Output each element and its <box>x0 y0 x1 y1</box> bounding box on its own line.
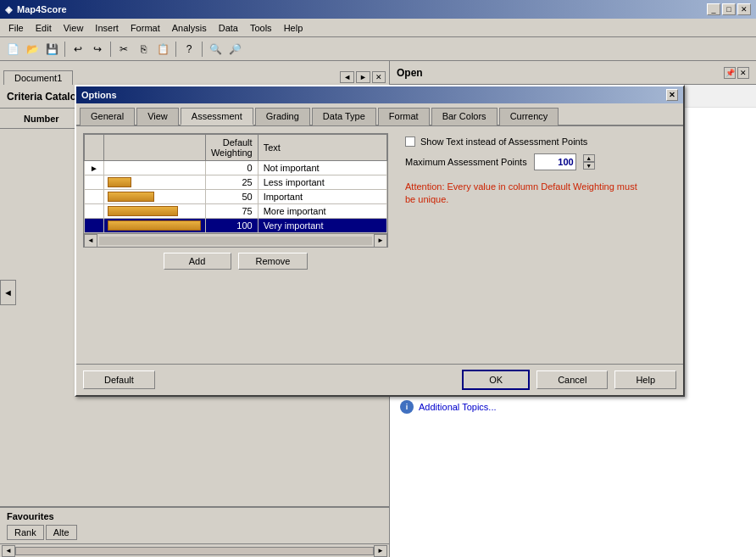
max-points-input[interactable] <box>534 153 576 170</box>
tab-format[interactable]: Format <box>378 108 430 125</box>
document-tab[interactable]: Document1 <box>3 70 73 85</box>
toolbar-zoom-out[interactable]: 🔎 <box>225 40 244 58</box>
table-btn-row: Add Remove <box>83 253 388 270</box>
menu-help[interactable]: Help <box>279 21 309 35</box>
row-text-2: Important <box>258 190 386 204</box>
tab-general[interactable]: General <box>80 108 135 125</box>
tab-bar-colors[interactable]: Bar Colors <box>431 108 498 125</box>
row-text-0: Not important <box>258 161 386 175</box>
menu-file[interactable]: File <box>3 21 29 35</box>
tab-next[interactable]: ► <box>356 71 370 83</box>
row-bar-1 <box>103 175 205 190</box>
col-bar-header <box>103 135 205 161</box>
favourites-tabs: Rank Alte <box>7 525 382 540</box>
toolbar-sep3 <box>175 42 176 57</box>
menu-tools[interactable]: Tools <box>245 21 277 35</box>
spinner-up-btn[interactable]: ▲ <box>583 154 595 162</box>
toolbar-redo[interactable]: ↪ <box>88 40 107 58</box>
close-btn[interactable]: ✕ <box>737 3 751 15</box>
action-additional-topics[interactable]: i Additional Topics... <box>397 398 749 415</box>
toolbar: 📄 📂 💾 ↩ ↪ ✂ ⎘ 📋 ? 🔍 🔎 <box>0 37 756 61</box>
tab-prev[interactable]: ◄ <box>340 71 354 83</box>
row-pointer-0: ► <box>85 161 104 175</box>
doc-tab-bar: Document1 ◄ ► ✕ <box>0 61 389 85</box>
row-value-3: 75 <box>205 204 258 219</box>
minimize-btn[interactable]: _ <box>707 3 720 15</box>
open-pin-btn[interactable]: 📌 <box>724 67 736 79</box>
favourites-section: Favourites Rank Alte <box>0 506 389 543</box>
toolbar-new[interactable]: 📄 <box>3 40 22 58</box>
options-section: Show Text instead of Assessment Points M… <box>402 133 676 357</box>
show-text-checkbox[interactable] <box>405 136 415 147</box>
tab-view[interactable]: View <box>136 108 179 125</box>
scroll-right-btn[interactable]: ► <box>374 545 387 557</box>
title-bar-controls: _ □ ✕ <box>707 3 751 15</box>
menu-view[interactable]: View <box>58 21 89 35</box>
default-btn[interactable]: Default <box>83 370 155 389</box>
toolbar-undo[interactable]: ↩ <box>69 40 87 58</box>
row-value-2: 50 <box>205 190 258 204</box>
table-hscroll[interactable]: ◄ ► <box>84 233 387 247</box>
favourites-title: Favourites <box>7 511 382 521</box>
toolbar-copy[interactable]: ⎘ <box>134 40 153 58</box>
dialog-tabs: General View Assessment Grading Data Typ… <box>76 103 683 126</box>
menu-edit[interactable]: Edit <box>31 21 57 35</box>
scroll-left-btn[interactable]: ◄ <box>2 545 15 557</box>
tab-assessment[interactable]: Assessment <box>181 108 253 125</box>
toolbar-cut[interactable]: ✂ <box>114 40 133 58</box>
horizontal-scrollbar[interactable]: ◄ ► <box>0 543 389 557</box>
toolbar-zoom-in[interactable]: 🔍 <box>206 40 225 58</box>
menu-insert[interactable]: Insert <box>90 21 124 35</box>
hscroll-right-btn[interactable]: ► <box>374 234 387 248</box>
menu-analysis[interactable]: Analysis <box>167 21 212 35</box>
toolbar-sep1 <box>64 42 65 57</box>
menu-data[interactable]: Data <box>214 21 243 35</box>
cancel-btn[interactable]: Cancel <box>536 370 608 389</box>
menu-format[interactable]: Format <box>125 21 165 35</box>
favourites-tab-rank[interactable]: Rank <box>7 525 44 540</box>
open-panel-title: Open <box>397 67 423 79</box>
dialog-content: Default Weighting Text ►0Not important25… <box>76 126 683 364</box>
toolbar-open[interactable]: 📂 <box>23 40 42 58</box>
hscroll-track[interactable] <box>99 237 372 245</box>
dialog-close-btn[interactable]: ✕ <box>666 89 678 101</box>
row-bar-3 <box>103 204 205 219</box>
action-additional-topics-label: Additional Topics... <box>419 402 497 412</box>
row-text-1: Less important <box>258 175 386 190</box>
remove-btn[interactable]: Remove <box>238 253 309 270</box>
toolbar-help[interactable]: ? <box>180 40 198 58</box>
spinner-arrows: ▲ ▼ <box>583 154 595 170</box>
scroll-track[interactable] <box>15 547 374 555</box>
menu-bar: File Edit View Insert Format Analysis Da… <box>0 19 756 37</box>
row-value-4: 100 <box>205 219 258 233</box>
show-text-row: Show Text instead of Assessment Points <box>405 136 673 147</box>
toolbar-save[interactable]: 💾 <box>42 40 61 58</box>
options-dialog: Options ✕ General View Assessment Gradin… <box>75 85 685 397</box>
hscroll-left-btn[interactable]: ◄ <box>84 234 97 248</box>
tab-data-type[interactable]: Data Type <box>312 108 376 125</box>
open-close-btn[interactable]: ✕ <box>737 67 749 79</box>
add-btn[interactable]: Add <box>164 253 231 270</box>
col-default-weighting-header: Default Weighting <box>205 135 258 161</box>
app-icon: ◈ <box>5 4 12 15</box>
row-bar-4 <box>103 219 205 233</box>
tab-currency[interactable]: Currency <box>499 108 559 125</box>
left-nav-arrow[interactable]: ◄ <box>0 280 16 305</box>
title-bar: ◈ Map4Score _ □ ✕ <box>0 0 756 19</box>
weighting-table-section: Default Weighting Text ►0Not important25… <box>83 133 388 357</box>
spinner-down-btn[interactable]: ▼ <box>583 162 595 170</box>
favourites-tab-alte[interactable]: Alte <box>46 525 77 540</box>
toolbar-paste[interactable]: 📋 <box>153 40 172 58</box>
row-pointer-1 <box>85 175 104 190</box>
tab-close[interactable]: ✕ <box>372 71 386 83</box>
title-bar-left: ◈ Map4Score <box>5 4 67 15</box>
maximize-btn[interactable]: □ <box>722 3 736 15</box>
help-btn[interactable]: Help <box>614 370 676 389</box>
max-points-label: Maximum Assessment Points <box>405 157 527 167</box>
weighting-table: Default Weighting Text ►0Not important25… <box>84 134 387 233</box>
dialog-title: Options <box>81 90 117 100</box>
col-number-header: Number <box>20 114 80 124</box>
tab-grading[interactable]: Grading <box>255 108 310 125</box>
attention-text: Attention: Every value in column Default… <box>405 181 642 207</box>
ok-btn[interactable]: OK <box>462 370 530 390</box>
